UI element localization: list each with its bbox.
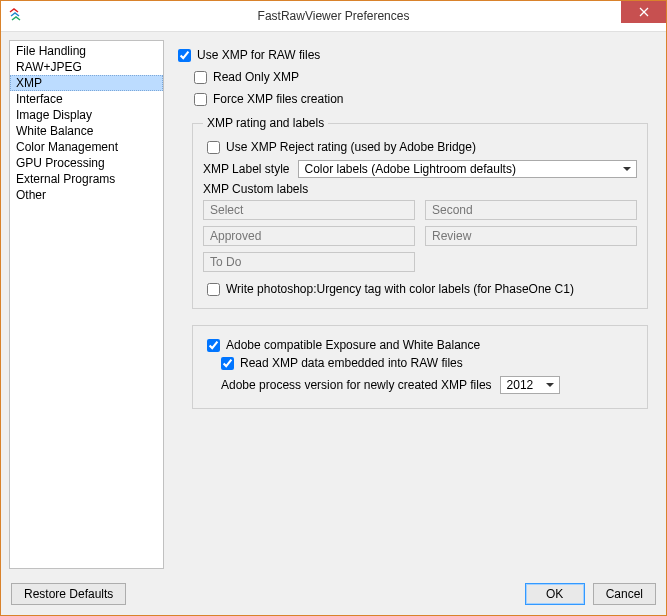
read-embedded-checkbox[interactable] <box>221 357 234 370</box>
process-version-row: Adobe process version for newly created … <box>221 376 637 394</box>
footer: Restore Defaults OK Cancel <box>1 577 666 615</box>
use-reject-label: Use XMP Reject rating (used by Adobe Bri… <box>226 140 476 154</box>
write-urgency-label: Write photoshop:Urgency tag with color l… <box>226 282 574 296</box>
label-style-value: Color labels (Adobe Lightroom defaults) <box>305 161 516 177</box>
sidebar-item[interactable]: GPU Processing <box>10 155 163 171</box>
content-panel: Use XMP for RAW files Read Only XMP Forc… <box>174 40 658 569</box>
ok-button[interactable]: OK <box>525 583 585 605</box>
custom-labels-grid <box>203 200 637 272</box>
force-creation-checkbox-row[interactable]: Force XMP files creation <box>194 90 658 108</box>
sidebar-item[interactable]: White Balance <box>10 123 163 139</box>
adobe-compat-label: Adobe compatible Exposure and White Bala… <box>226 338 480 352</box>
use-xmp-label: Use XMP for RAW files <box>197 48 320 62</box>
sidebar-item[interactable]: RAW+JPEG <box>10 59 163 75</box>
custom-label-input[interactable] <box>203 252 415 272</box>
process-version-value: 2012 <box>507 377 534 393</box>
use-reject-checkbox[interactable] <box>207 141 220 154</box>
write-urgency-checkbox-row[interactable]: Write photoshop:Urgency tag with color l… <box>207 280 637 298</box>
read-only-checkbox[interactable] <box>194 71 207 84</box>
restore-defaults-button[interactable]: Restore Defaults <box>11 583 126 605</box>
force-creation-label: Force XMP files creation <box>213 92 344 106</box>
adobe-compat-checkbox[interactable] <box>207 339 220 352</box>
adobe-compat-checkbox-row[interactable]: Adobe compatible Exposure and White Bala… <box>207 336 637 354</box>
rating-labels-group: XMP rating and labels Use XMP Reject rat… <box>192 116 648 309</box>
custom-label-input[interactable] <box>425 226 637 246</box>
cancel-button[interactable]: Cancel <box>593 583 656 605</box>
sidebar-item[interactable]: Interface <box>10 91 163 107</box>
label-style-row: XMP Label style Color labels (Adobe Ligh… <box>203 160 637 178</box>
custom-label-input[interactable] <box>203 200 415 220</box>
force-creation-checkbox[interactable] <box>194 93 207 106</box>
sidebar-item[interactable]: Color Management <box>10 139 163 155</box>
use-reject-checkbox-row[interactable]: Use XMP Reject rating (used by Adobe Bri… <box>207 138 637 156</box>
sidebar: File HandlingRAW+JPEGXMPInterfaceImage D… <box>9 40 164 569</box>
read-embedded-label: Read XMP data embedded into RAW files <box>240 356 463 370</box>
custom-labels-heading: XMP Custom labels <box>203 182 637 196</box>
read-only-checkbox-row[interactable]: Read Only XMP <box>194 68 658 86</box>
sidebar-item[interactable]: Image Display <box>10 107 163 123</box>
read-embedded-checkbox-row[interactable]: Read XMP data embedded into RAW files <box>221 354 637 372</box>
close-icon <box>639 7 649 17</box>
read-only-label: Read Only XMP <box>213 70 299 84</box>
body: File HandlingRAW+JPEGXMPInterfaceImage D… <box>1 32 666 577</box>
use-xmp-checkbox[interactable] <box>178 49 191 62</box>
process-version-label: Adobe process version for newly created … <box>221 378 492 392</box>
window-title: FastRawViewer Preferences <box>1 9 666 23</box>
label-style-dropdown[interactable]: Color labels (Adobe Lightroom defaults) <box>298 160 638 178</box>
rating-labels-legend: XMP rating and labels <box>203 116 328 130</box>
titlebar: FastRawViewer Preferences <box>1 1 666 32</box>
use-xmp-checkbox-row[interactable]: Use XMP for RAW files <box>178 46 658 64</box>
label-style-label: XMP Label style <box>203 162 290 176</box>
custom-label-input[interactable] <box>425 200 637 220</box>
adobe-section: Adobe compatible Exposure and White Bala… <box>192 325 648 409</box>
sidebar-item[interactable]: External Programs <box>10 171 163 187</box>
sidebar-item[interactable]: XMP <box>10 75 163 91</box>
close-button[interactable] <box>621 1 666 23</box>
sidebar-item[interactable]: File Handling <box>10 43 163 59</box>
sidebar-item[interactable]: Other <box>10 187 163 203</box>
custom-label-input[interactable] <box>203 226 415 246</box>
app-icon <box>9 8 25 24</box>
write-urgency-checkbox[interactable] <box>207 283 220 296</box>
preferences-window: FastRawViewer Preferences File HandlingR… <box>0 0 667 616</box>
process-version-dropdown[interactable]: 2012 <box>500 376 560 394</box>
